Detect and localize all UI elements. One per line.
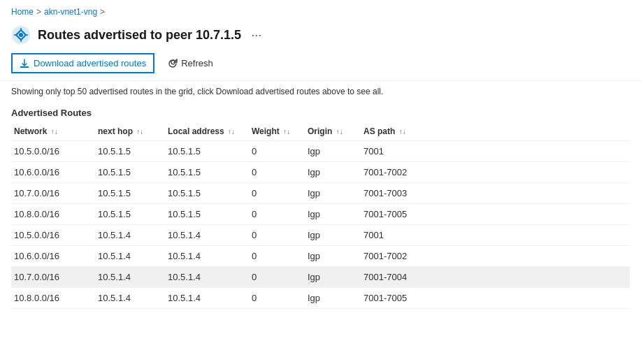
cell-local: 10.5.1.4 — [165, 246, 249, 267]
breadcrumb-sep2: > — [100, 7, 105, 17]
cell-aspath: 7001-7002 — [361, 246, 630, 267]
cell-local: 10.5.1.4 — [165, 288, 249, 309]
cell-aspath: 7001-7005 — [361, 288, 630, 309]
cell-aspath: 7001 — [361, 141, 630, 162]
routes-table-container: Network ↑↓ next hop ↑↓ Local address ↑↓ … — [0, 121, 641, 309]
vng-icon — [11, 25, 31, 45]
download-button[interactable]: Download advertised routes — [11, 53, 154, 73]
col-header-network[interactable]: Network ↑↓ — [11, 121, 95, 141]
sort-icon-origin: ↑↓ — [336, 128, 343, 136]
toolbar: Download advertised routes Refresh — [0, 53, 641, 81]
breadcrumb-parent[interactable]: akn-vnet1-vng — [44, 7, 97, 17]
cell-origin: Igp — [305, 288, 361, 309]
cell-network: 10.8.0.0/16 — [11, 288, 95, 309]
cell-aspath: 7001-7002 — [361, 162, 630, 183]
cell-origin: Igp — [305, 162, 361, 183]
cell-network: 10.5.0.0/16 — [11, 141, 95, 162]
table-row[interactable]: 10.8.0.0/1610.5.1.410.5.1.40Igp7001-7005 — [11, 288, 630, 309]
table-row[interactable]: 10.6.0.0/1610.5.1.410.5.1.40Igp7001-7002 — [11, 246, 630, 267]
breadcrumb-home[interactable]: Home — [11, 7, 34, 17]
cell-nexthop: 10.5.1.5 — [95, 141, 165, 162]
cell-weight: 0 — [249, 162, 305, 183]
cell-local: 10.5.1.4 — [165, 225, 249, 246]
cell-network: 10.6.0.0/16 — [11, 162, 95, 183]
cell-weight: 0 — [249, 204, 305, 225]
cell-weight: 0 — [249, 141, 305, 162]
sort-icon-local: ↑↓ — [228, 128, 235, 136]
more-options-icon[interactable]: ··· — [251, 28, 261, 43]
col-header-nexthop[interactable]: next hop ↑↓ — [95, 121, 165, 141]
sort-icon-nexthop: ↑↓ — [136, 128, 143, 136]
info-text: Showing only top 50 advertised routes in… — [0, 81, 641, 102]
cell-weight: 0 — [249, 246, 305, 267]
cell-local: 10.5.1.5 — [165, 141, 249, 162]
breadcrumb: Home > akn-vnet1-vng > — [0, 0, 641, 21]
cell-network: 10.7.0.0/16 — [11, 183, 95, 204]
cell-origin: Igp — [305, 267, 361, 288]
cell-origin: Igp — [305, 204, 361, 225]
cell-network: 10.7.0.0/16 — [11, 267, 95, 288]
routes-table: Network ↑↓ next hop ↑↓ Local address ↑↓ … — [11, 121, 630, 309]
col-header-aspath[interactable]: AS path ↑↓ — [361, 121, 630, 141]
cell-aspath: 7001 — [361, 225, 630, 246]
cell-aspath: 7001-7004 — [361, 267, 630, 288]
cell-weight: 0 — [249, 183, 305, 204]
refresh-icon — [168, 59, 178, 68]
table-header: Network ↑↓ next hop ↑↓ Local address ↑↓ … — [11, 121, 630, 141]
table-row[interactable]: 10.7.0.0/1610.5.1.510.5.1.50Igp7001-7003 — [11, 183, 630, 204]
cell-weight: 0 — [249, 225, 305, 246]
page-title: Routes advertised to peer 10.7.1.5 — [38, 28, 241, 43]
cell-local: 10.5.1.5 — [165, 204, 249, 225]
col-header-local[interactable]: Local address ↑↓ — [165, 121, 249, 141]
cell-network: 10.6.0.0/16 — [11, 246, 95, 267]
cell-nexthop: 10.5.1.5 — [95, 183, 165, 204]
cell-network: 10.8.0.0/16 — [11, 204, 95, 225]
cell-local: 10.5.1.4 — [165, 267, 249, 288]
download-label: Download advertised routes — [34, 58, 146, 68]
section-title: Advertised Routes — [0, 102, 641, 121]
breadcrumb-sep1: > — [36, 7, 41, 17]
cell-weight: 0 — [249, 288, 305, 309]
cell-nexthop: 10.5.1.4 — [95, 267, 165, 288]
sort-icon-network: ↑↓ — [51, 128, 58, 136]
cell-origin: Igp — [305, 141, 361, 162]
cell-aspath: 7001-7005 — [361, 204, 630, 225]
sort-icon-weight: ↑↓ — [283, 128, 290, 136]
cell-nexthop: 10.5.1.4 — [95, 288, 165, 309]
col-header-weight[interactable]: Weight ↑↓ — [249, 121, 305, 141]
table-row[interactable]: 10.8.0.0/1610.5.1.510.5.1.50Igp7001-7005 — [11, 204, 630, 225]
table-row[interactable]: 10.5.0.0/1610.5.1.510.5.1.50Igp7001 — [11, 141, 630, 162]
cell-local: 10.5.1.5 — [165, 183, 249, 204]
cell-nexthop: 10.5.1.4 — [95, 246, 165, 267]
sort-icon-aspath: ↑↓ — [399, 128, 406, 136]
cell-origin: Igp — [305, 183, 361, 204]
cell-origin: Igp — [305, 246, 361, 267]
svg-point-1 — [19, 33, 23, 37]
cell-nexthop: 10.5.1.5 — [95, 204, 165, 225]
table-row[interactable]: 10.5.0.0/1610.5.1.410.5.1.40Igp7001 — [11, 225, 630, 246]
cell-origin: Igp — [305, 225, 361, 246]
page-header: Routes advertised to peer 10.7.1.5 ··· — [0, 21, 641, 53]
cell-aspath: 7001-7003 — [361, 183, 630, 204]
cell-nexthop: 10.5.1.4 — [95, 225, 165, 246]
table-row[interactable]: 10.6.0.0/1610.5.1.510.5.1.50Igp7001-7002 — [11, 162, 630, 183]
cell-nexthop: 10.5.1.5 — [95, 162, 165, 183]
refresh-label: Refresh — [181, 58, 213, 68]
table-row[interactable]: 10.7.0.0/1610.5.1.410.5.1.40Igp7001-7004 — [11, 267, 630, 288]
cell-weight: 0 — [249, 267, 305, 288]
refresh-button[interactable]: Refresh — [160, 54, 221, 73]
table-body: 10.5.0.0/1610.5.1.510.5.1.50Igp700110.6.… — [11, 141, 630, 309]
cell-network: 10.5.0.0/16 — [11, 225, 95, 246]
cell-local: 10.5.1.5 — [165, 162, 249, 183]
col-header-origin[interactable]: Origin ↑↓ — [305, 121, 361, 141]
download-icon — [20, 59, 29, 68]
